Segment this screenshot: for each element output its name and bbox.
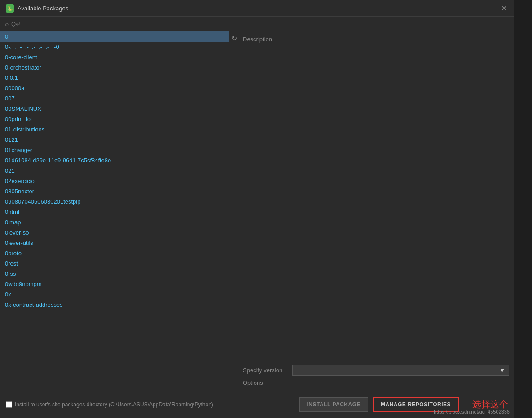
list-item[interactable]: 0lever-utils bbox=[0, 238, 229, 248]
list-item[interactable]: 0.0.1 bbox=[0, 73, 229, 83]
right-bottom: Specify version ▼ Options bbox=[243, 365, 509, 386]
list-item[interactable]: 090807040506030201testpip bbox=[0, 196, 229, 207]
list-item[interactable]: 0-core-client bbox=[0, 52, 229, 62]
list-item[interactable]: 0121 bbox=[0, 135, 229, 145]
checkbox-label: Install to user's site packages director… bbox=[15, 401, 213, 408]
list-item[interactable]: 007 bbox=[0, 93, 229, 104]
description-content bbox=[243, 46, 509, 365]
divider-container: ↻ bbox=[229, 31, 238, 391]
checkbox-row: Install to user's site packages director… bbox=[6, 401, 295, 408]
app-icon: 🐍 bbox=[6, 4, 14, 13]
chevron-down-icon: ▼ bbox=[499, 367, 505, 374]
site-packages-checkbox[interactable] bbox=[6, 401, 12, 408]
window-title: Available Packages bbox=[18, 5, 68, 12]
list-item[interactable]: 0x-contract-addresses bbox=[0, 300, 229, 310]
list-item[interactable]: 01d61084-d29e-11e9-96d1-7c5cf84ffe8e bbox=[0, 155, 229, 165]
search-input[interactable] bbox=[11, 21, 509, 27]
list-item[interactable]: 0imap bbox=[0, 217, 229, 227]
refresh-icon[interactable]: ↻ bbox=[230, 33, 238, 44]
list-item[interactable]: 00print_lol bbox=[0, 114, 229, 124]
close-button[interactable]: ✕ bbox=[499, 4, 508, 13]
list-item[interactable]: 0rest bbox=[0, 258, 229, 269]
dialog-window: 🐍 Available Packages ✕ ⌕ 00-._._-_.-_.-_… bbox=[0, 0, 514, 418]
list-item[interactable]: 00SMALINUX bbox=[0, 104, 229, 114]
list-item[interactable]: 01changer bbox=[0, 145, 229, 155]
version-row: Specify version ▼ bbox=[243, 365, 509, 376]
title-bar: 🐍 Available Packages ✕ bbox=[0, 0, 514, 17]
list-item[interactable]: 0x bbox=[0, 289, 229, 300]
list-item[interactable]: 00000a bbox=[0, 83, 229, 93]
list-item[interactable]: 0lever-so bbox=[0, 227, 229, 238]
title-bar-left: 🐍 Available Packages bbox=[6, 4, 68, 13]
main-content: 00-._._-_.-_.-_.-_.-_.-00-core-client0-o… bbox=[0, 31, 514, 391]
version-dropdown[interactable]: ▼ bbox=[292, 365, 509, 376]
search-bar: ⌕ bbox=[0, 17, 514, 31]
list-item[interactable]: 0-._._-_.-_.-_.-_.-_.-0 bbox=[0, 42, 229, 52]
package-list-container[interactable]: 00-._._-_.-_.-_.-_.-_.-00-core-client0-o… bbox=[0, 31, 229, 391]
list-item[interactable]: 021 bbox=[0, 165, 229, 176]
list-item[interactable]: 0wdg9nbmpm bbox=[0, 279, 229, 289]
version-label: Specify version bbox=[243, 367, 288, 374]
list-item[interactable]: 02exercicio bbox=[0, 176, 229, 186]
list-item[interactable]: 01-distributions bbox=[0, 124, 229, 135]
install-package-button[interactable]: INSTALL PACKAGE bbox=[299, 397, 369, 412]
annotation-text: 选择这个 bbox=[472, 398, 508, 410]
search-icon: ⌕ bbox=[5, 20, 9, 27]
description-label: Description bbox=[243, 36, 509, 43]
list-item[interactable]: 0 bbox=[0, 31, 229, 42]
options-row: Options bbox=[243, 379, 509, 386]
options-label: Options bbox=[243, 379, 263, 386]
list-item[interactable]: 0rss bbox=[0, 269, 229, 279]
url-bar: https://blog.csdn.net/qq_45502336 bbox=[434, 409, 510, 414]
list-item[interactable]: 0html bbox=[0, 207, 229, 217]
list-item[interactable]: 0proto bbox=[0, 248, 229, 258]
right-panel: Description Specify version ▼ Options bbox=[238, 31, 514, 391]
list-item[interactable]: 0805nexter bbox=[0, 186, 229, 196]
package-list-panel: 00-._._-_.-_.-_.-_.-_.-00-core-client0-o… bbox=[0, 31, 229, 391]
side-panel bbox=[514, 0, 532, 418]
list-item[interactable]: 0-orchestrator bbox=[0, 62, 229, 73]
